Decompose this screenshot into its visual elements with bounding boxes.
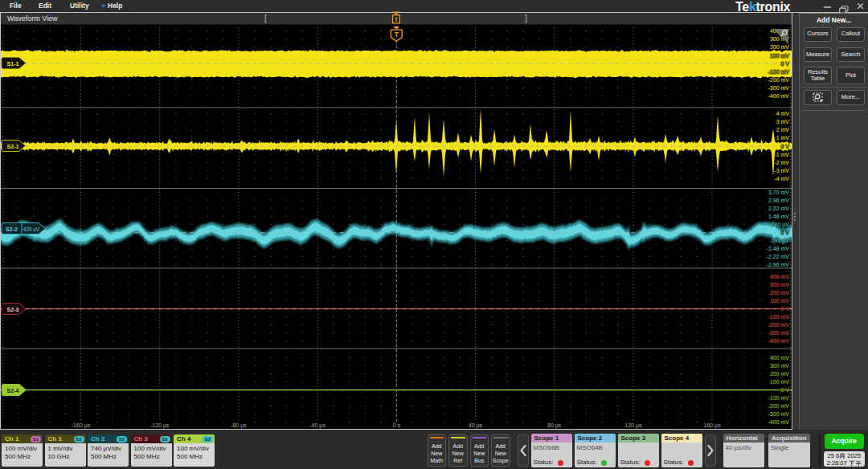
svg-text:-100 mV: -100 mV (768, 395, 790, 401)
svg-text:0 V: 0 V (780, 61, 789, 67)
svg-text:-40 µs: -40 µs (309, 422, 326, 429)
svg-text:-400 mV: -400 mV (768, 93, 790, 99)
svg-text:0 V: 0 V (780, 230, 789, 235)
svg-text:-200 mV: -200 mV (768, 322, 790, 328)
svg-text:3.70 mV: 3.70 mV (768, 190, 789, 195)
svg-text:-2.96 mV: -2.96 mV (767, 262, 790, 267)
svg-text:-300 mV: -300 mV (768, 85, 790, 91)
svg-text:-100 mV: -100 mV (768, 314, 790, 320)
svg-text:200 mV: 200 mV (770, 290, 789, 296)
svg-text:-740 µV: -740 µV (769, 238, 789, 244)
svg-text:1.48 mV: 1.48 mV (768, 214, 789, 219)
svg-text:400 mV: 400 mV (770, 355, 789, 361)
svg-text:100 mV: 100 mV (770, 298, 789, 304)
svg-text:-300 mV: -300 mV (768, 411, 790, 417)
svg-text:300 mV: 300 mV (770, 282, 789, 288)
svg-text:200 mV: 200 mV (770, 44, 789, 50)
svg-text:-2.22 mV: -2.22 mV (767, 254, 790, 259)
svg-text:400 mV: 400 mV (770, 274, 789, 279)
svg-text:0 V: 0 V (780, 306, 789, 312)
svg-text:80 µs: 80 µs (547, 422, 562, 429)
svg-text:100 mV: 100 mV (770, 379, 789, 385)
svg-text:-80 µs: -80 µs (231, 422, 247, 429)
svg-text:S2-2: S2-2 (6, 226, 18, 232)
svg-text:S2-4: S2-4 (7, 388, 19, 394)
svg-text:300 mV: 300 mV (770, 363, 789, 369)
svg-text:-2 mV: -2 mV (774, 160, 789, 165)
svg-text:2 mV: 2 mV (776, 127, 790, 133)
svg-text:-200 mV: -200 mV (768, 403, 790, 409)
svg-text:740 µV: 740 µV (772, 222, 790, 228)
svg-text:-400 mV: -400 mV (768, 419, 790, 425)
svg-text:-200 mV: -200 mV (768, 77, 790, 83)
svg-text:-100 mV: -100 mV (768, 69, 790, 75)
svg-text:-160 µs: -160 µs (72, 422, 91, 429)
svg-text:0 V: 0 V (780, 144, 789, 149)
svg-text:T: T (395, 16, 399, 22)
svg-text:120 µs: 120 µs (624, 422, 642, 429)
svg-text:T: T (395, 31, 399, 39)
svg-text:S1-1: S1-1 (7, 61, 19, 67)
svg-text:S2-1: S2-1 (7, 144, 19, 149)
svg-text:200 mV: 200 mV (770, 371, 789, 377)
svg-text:40 µs: 40 µs (469, 422, 483, 429)
svg-text:S2-3: S2-3 (7, 307, 19, 312)
svg-text:2.22 mV: 2.22 mV (768, 206, 789, 211)
svg-text:0 s: 0 s (393, 422, 401, 428)
svg-text:0 V: 0 V (780, 387, 789, 393)
svg-text:4 mV: 4 mV (776, 111, 790, 116)
svg-text:-1 mV: -1 mV (774, 152, 789, 157)
svg-text:2.96 mV: 2.96 mV (768, 198, 789, 203)
svg-text:-300 mV: -300 mV (768, 330, 790, 336)
svg-text:3 mV: 3 mV (776, 119, 790, 124)
svg-text:1 mV: 1 mV (776, 135, 790, 141)
svg-text:-1.48 mV: -1.48 mV (767, 246, 790, 251)
svg-text:-120 µs: -120 µs (150, 422, 170, 429)
svg-text:-400 mV: -400 mV (768, 338, 790, 344)
svg-text:420 uV: 420 uV (23, 226, 40, 232)
svg-text:160 µs: 160 µs (704, 422, 722, 429)
svg-text:100 mV: 100 mV (770, 53, 789, 59)
svg-text:-3 mV: -3 mV (774, 168, 789, 173)
svg-text:-4 mV: -4 mV (774, 176, 789, 181)
